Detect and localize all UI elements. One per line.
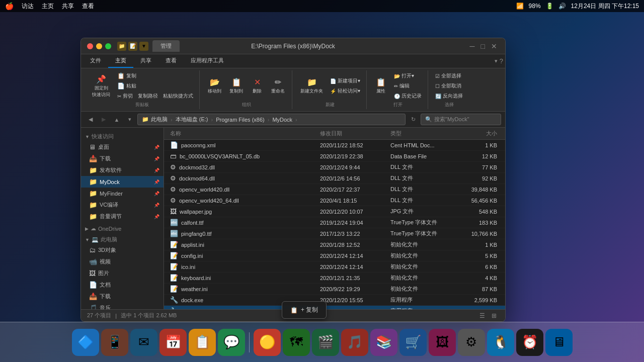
tab-home[interactable]: 主页 (108, 54, 133, 68)
close-button[interactable] (87, 43, 93, 49)
pin-to-quickaccess-btn[interactable]: 📌 固定到快速访问 (89, 73, 113, 100)
table-row[interactable]: 🔧 Dock_64.exe 2020/12/24 9:44 应用程序 2,690… (164, 306, 505, 309)
delete-btn[interactable]: ✕ 删除 (248, 76, 266, 96)
table-row[interactable]: 🔤 calfont.ttf 2019/12/24 19:04 TrueType … (164, 217, 505, 228)
dock-item-facetime[interactable]: 🎬 (312, 329, 339, 356)
edit-btn[interactable]: ✏ 编辑 (392, 81, 424, 90)
dock-item-reminders[interactable]: 📋 (189, 329, 216, 356)
sidebar-item-pictures[interactable]: 🖼 图片 (81, 267, 164, 279)
paste-btn[interactable]: 📄 粘贴 (115, 81, 195, 90)
sidebar-item-vccompile[interactable]: 📁 VC编译 📌 (81, 199, 164, 211)
moveto-btn[interactable]: 📂 移动到 (205, 76, 224, 96)
dock-item-maps[interactable]: 🗺 (283, 329, 310, 356)
sidebar-onedrive-section[interactable]: ▶ ☁ OneDrive (81, 222, 164, 233)
help-button[interactable]: ? (500, 57, 503, 65)
dock-item-music[interactable]: 🎵 (341, 329, 368, 356)
breadcrumb-programfiles[interactable]: Program Files (x86) (216, 117, 265, 123)
new-folder-btn[interactable]: 📁 新建文件夹 (297, 76, 326, 96)
deselect-all-btn[interactable]: ☐ 全部取消 (433, 81, 465, 90)
table-row[interactable]: 📝 config.ini 2020/12/24 12:14 初始化文件 5 KB (164, 250, 505, 261)
address-path[interactable]: 📁 此电脑 › 本地磁盘 (E:) › Program Files (x86) … (137, 114, 406, 125)
search-box[interactable]: 🔍 搜索"MyDock" (421, 114, 501, 125)
copyto-btn[interactable]: 📋 复制到 (226, 76, 246, 96)
table-row[interactable]: 📄 paoconng.xml 2020/11/22 18:52 Cent HTM… (164, 140, 505, 151)
open-btn[interactable]: 📂 打开▾ (392, 71, 424, 80)
table-row[interactable]: 📝 keyboard.ini 2020/12/1 21:35 初始化文件 4 K… (164, 273, 505, 284)
rename-btn[interactable]: ✏ 重命名 (268, 76, 288, 96)
toolbar-btn-2[interactable]: 📝 (128, 42, 137, 51)
cut-btn[interactable]: ✂ 剪切 (115, 92, 135, 101)
window-close-btn[interactable]: ✕ (489, 42, 499, 50)
dock-item-photos[interactable]: 🖼 (429, 329, 456, 356)
table-row[interactable]: 🔤 pingfang0.ttf 2017/12/3 13:22 TrueType… (164, 228, 505, 239)
window-restore-btn[interactable]: □ (479, 42, 487, 50)
sidebar-item-mydock[interactable]: 📁 MyDock 📌 (81, 176, 164, 188)
paste-shortcut-btn[interactable]: 粘贴快捷方式 (161, 92, 195, 101)
table-row[interactable]: 📝 weather.ini 2020/9/22 19:29 初始化文件 87 K… (164, 284, 505, 295)
table-row[interactable]: 🔧 dock.exe 2020/12/20 15:55 应用程序 2,599 K… (164, 295, 505, 306)
dock-item-qq[interactable]: 🐧 (487, 329, 514, 356)
select-all-btn[interactable]: ☑ 全部选择 (433, 71, 465, 80)
invert-select-btn[interactable]: 🔄 反向选择 (433, 92, 465, 101)
copy-btn[interactable]: 📋 复制 (115, 71, 195, 80)
minimize-button[interactable] (96, 43, 102, 49)
recent-locations-button[interactable]: ▾ (124, 114, 135, 125)
copy-popup[interactable]: 📋 + 复制 (282, 301, 327, 319)
menubar-home[interactable]: 主页 (42, 2, 54, 11)
col-size-header[interactable]: 大小 (456, 130, 501, 137)
dock-item-gamecenter[interactable]: 🟡 (254, 329, 281, 356)
dock-item-systemprefs[interactable]: ⚙ (458, 329, 485, 356)
dock-item-appstore[interactable]: 🛒 (399, 329, 427, 356)
sidebar-item-3dobjects[interactable]: 🗂 3D对象 (81, 244, 164, 256)
forward-button[interactable]: ▶ (98, 114, 109, 125)
table-row[interactable]: ⚙ opencv_world420.dll 2020/2/17 22:37 DL… (164, 184, 505, 195)
dock-item-calendar[interactable]: 📅 (159, 329, 187, 356)
tab-share[interactable]: 共享 (133, 54, 158, 68)
table-row[interactable]: 🗃 bc_00000LVSQV3ARNLT_05.db 2020/12/19 2… (164, 151, 505, 162)
up-button[interactable]: ▲ (111, 114, 122, 125)
sidebar-item-documents[interactable]: 📄 文档 (81, 279, 164, 291)
new-item-btn[interactable]: 📄 新建项目▾ (328, 76, 362, 85)
sidebar-item-download1[interactable]: 📥 下载 📌 (81, 153, 164, 164)
menubar-view[interactable]: 查看 (82, 2, 94, 11)
list-view-btn[interactable]: ☰ (477, 311, 487, 321)
menubar-finder[interactable]: 访达 (22, 2, 34, 11)
table-row[interactable]: 📝 applist.ini 2020/1/28 12:52 初始化文件 1 KB (164, 239, 505, 250)
sidebar-quickaccess-section[interactable]: ▼ 快速访问 (81, 130, 164, 141)
sidebar-item-volume[interactable]: 📁 音量调节 📌 (81, 211, 164, 222)
maximize-button[interactable] (105, 43, 111, 49)
window-minimize-btn[interactable]: ─ (468, 42, 477, 50)
sidebar-item-music[interactable]: 🎵 音乐 (81, 302, 164, 309)
dock-item-edge[interactable]: 🔷 (72, 329, 99, 356)
dock-item-messages[interactable]: 💬 (218, 329, 245, 356)
table-row[interactable]: ⚙ opencv_world420_64.dll 2020/4/1 18:15 … (164, 195, 505, 206)
dock-item-win11[interactable]: 🖥 (545, 329, 573, 356)
tab-tools[interactable]: 应用程序工具 (184, 54, 231, 68)
back-button[interactable]: ◀ (85, 114, 96, 125)
col-modified-header[interactable]: 修改日期 (320, 130, 390, 137)
properties-btn[interactable]: 📋 属性 (372, 76, 390, 96)
easy-access-btn[interactable]: ⚡ 轻松访问▾ (328, 86, 362, 96)
breadcrumb-drive[interactable]: 本地磁盘 (E:) (176, 116, 208, 123)
refresh-button[interactable]: ↻ (408, 114, 419, 125)
sidebar-item-desktop1[interactable]: 🖥 桌面 📌 (81, 141, 164, 153)
breadcrumb-pc[interactable]: 此电脑 (151, 116, 168, 123)
sidebar-thispc-section[interactable]: ▼ 💻 此电脑 (81, 233, 164, 244)
tab-view[interactable]: 查看 (158, 54, 184, 68)
table-row[interactable]: 🖼 wallpaper.jpg 2020/12/20 10:07 JPG 文件 … (164, 206, 505, 217)
dock-item-clock[interactable]: ⏰ (516, 329, 543, 356)
table-row[interactable]: 📝 ico.ini 2020/12/24 12:14 初始化文件 6 KB (164, 261, 505, 273)
dock-item-mail[interactable]: ✉ (130, 329, 157, 356)
table-row[interactable]: ⚙ dockmod32.dll 2020/12/24 9:44 DLL 文件 7… (164, 162, 505, 173)
dock-item-contacts[interactable]: 📱 (101, 329, 128, 356)
history-btn[interactable]: 🕐 历史记录 (392, 92, 424, 101)
col-type-header[interactable]: 类型 (390, 130, 456, 137)
breadcrumb-mydock[interactable]: MyDock (272, 117, 292, 123)
apple-menu[interactable]: 🍎 (5, 2, 14, 10)
sidebar-item-videos[interactable]: 📹 视频 (81, 256, 164, 267)
grid-view-btn[interactable]: ⊞ (489, 311, 499, 321)
menubar-share[interactable]: 共享 (62, 2, 74, 11)
copy-path-btn[interactable]: 复制路径 (136, 92, 160, 101)
toolbar-btn-1[interactable]: 📁 (117, 42, 126, 51)
table-row[interactable]: ⚙ dockmod64.dll 2020/12/6 14:56 DLL 文件 9… (164, 173, 505, 184)
